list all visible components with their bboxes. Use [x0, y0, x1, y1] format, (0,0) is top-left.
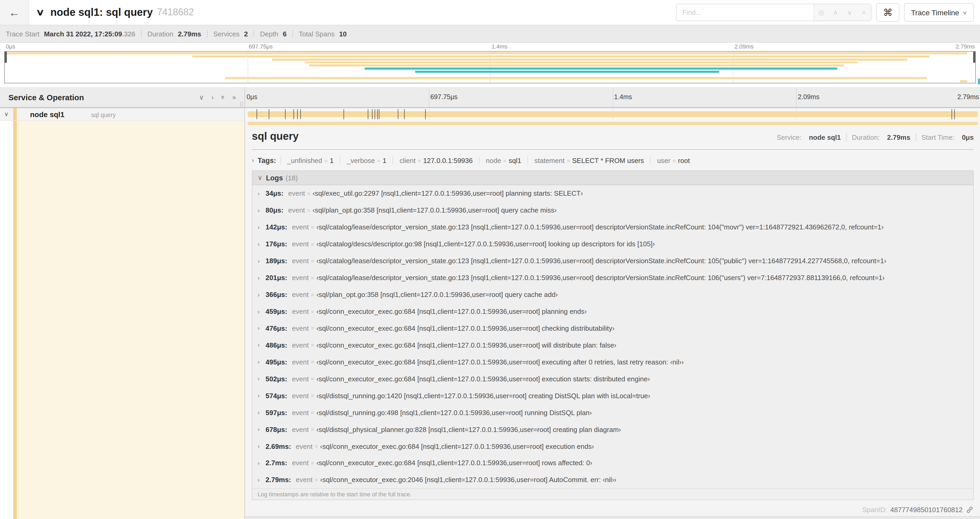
next-result-icon[interactable]: ∨: [843, 8, 857, 16]
summary-label: Duration: [148, 30, 173, 38]
log-row[interactable]: ›2.7ms:event=‹sql/conn_executor_exec.go:…: [252, 455, 973, 471]
log-row[interactable]: ›142μs:event=‹sql/catalog/lease/descript…: [252, 219, 973, 236]
chevron-right-icon: ›: [258, 460, 266, 466]
log-equals: =: [311, 342, 314, 348]
tag-value: root: [678, 156, 690, 164]
back-button[interactable]: ←: [0, 0, 29, 25]
log-row[interactable]: ›486μs:event=‹sql/conn_executor_exec.go:…: [252, 337, 973, 354]
chevron-right-icon: ›: [258, 409, 266, 416]
log-row[interactable]: ›80μs:event=‹sql/plan_opt.go:358 [nsql1,…: [252, 202, 973, 219]
back-arrow-icon: ←: [9, 6, 20, 19]
log-row[interactable]: ›502μs:event=‹sql/conn_executor_exec.go:…: [252, 370, 973, 387]
log-timestamp: 502μs:: [266, 375, 287, 383]
service-color-strip: [13, 121, 17, 519]
log-timestamp: 476μs:: [266, 324, 287, 332]
minimap-span: [310, 65, 844, 67]
tag-key: user: [657, 156, 670, 164]
trace-view-label: Trace Timeline: [911, 8, 959, 17]
log-equals: =: [315, 443, 318, 449]
chevron-right-icon: ›: [258, 308, 266, 315]
find-input[interactable]: [676, 4, 813, 21]
log-row[interactable]: ›459μs:event=‹sql/conn_executor_exec.go:…: [252, 303, 973, 320]
log-row[interactable]: ›495μs:event=‹sql/conn_executor_exec.go:…: [252, 354, 973, 370]
log-field-key: event: [292, 425, 309, 433]
summary-label: Trace Start: [6, 30, 40, 38]
log-row[interactable]: ›476μs:event=‹sql/conn_executor_exec.go:…: [252, 320, 973, 337]
span-tree-row[interactable]: ∨ node sql1 sql query: [0, 108, 245, 121]
log-field-value: ‹sql/plan_opt.go:358 [nsql1,client=127.0…: [312, 206, 557, 214]
log-timestamp: 2.69ms:: [266, 442, 291, 450]
trace-collapse-chevron-icon[interactable]: ∨: [36, 7, 45, 18]
log-field-key: event: [292, 274, 309, 282]
span-duration-bar[interactable]: [248, 111, 978, 117]
span-row: ∨ node sql1 sql query: [0, 108, 980, 121]
log-timestamp: 2.79ms:: [266, 476, 291, 484]
clear-search-icon[interactable]: ×: [857, 8, 871, 16]
summary-label: Services: [213, 30, 240, 38]
log-field-value: ‹sql/conn_executor_exec.go:684 [nsql1,cl…: [317, 324, 615, 332]
log-field-value: ‹sql/catalog/lease/descriptor_version_st…: [317, 257, 886, 265]
log-equals: =: [311, 460, 314, 466]
detail-meta-value: 2.79ms: [887, 133, 910, 141]
log-tick-mark: [375, 109, 375, 119]
previous-result-icon[interactable]: ∧: [828, 8, 843, 16]
log-field-value: ‹sql/catalog/lease/descriptor_version_st…: [317, 224, 884, 231]
span-operation-name: sql query: [91, 112, 116, 118]
link-icon[interactable]: [966, 506, 974, 514]
log-equals: =: [311, 308, 314, 315]
log-row[interactable]: ›597μs:event=‹sql/distsql_running.go:498…: [252, 404, 973, 421]
minimap-span: [272, 58, 907, 61]
chevron-right-icon: ›: [258, 224, 266, 230]
log-row[interactable]: ›34μs:event=‹sql/exec_util.go:2297 [nsql…: [252, 185, 973, 202]
span-bar-accent: [248, 122, 978, 125]
log-field-value: ‹sql/distsql_running.go:1420 [nsql1,clie…: [317, 391, 650, 399]
header-actions: ◎∧∨× ⌘ Trace Timeline ∨: [676, 3, 980, 22]
tag-value: sql1: [509, 156, 521, 164]
trace-title: node sql1: sql query: [50, 6, 153, 18]
expand-one-icon[interactable]: ›: [211, 93, 214, 101]
tick-label: 2.09ms: [733, 43, 753, 50]
log-tick-mark: [955, 109, 955, 119]
tags-row[interactable]: › Tags: _unfinished=1_verbose=1client=12…: [252, 153, 974, 167]
minimap-canvas[interactable]: [4, 51, 976, 83]
log-tick-mark: [269, 109, 269, 119]
log-timestamp: 142μs:: [266, 224, 287, 231]
collapse-one-icon[interactable]: ∨: [199, 93, 204, 101]
log-timestamp: 189μs:: [266, 257, 287, 265]
detail-meta: Service:node sql1Duration:2.79msStart Ti…: [776, 133, 974, 141]
timeline-header-gridlines: [245, 87, 980, 107]
log-row[interactable]: ›2.69ms:event=‹sql/conn_executor_exec.go…: [252, 438, 973, 455]
log-row[interactable]: ›366μs:event=‹sql/plan_opt.go:358 [nsql1…: [252, 286, 973, 303]
trace-view-selector[interactable]: Trace Timeline ∨: [904, 3, 974, 22]
service-operation-header: Service & Operation ∨ › » »: [0, 87, 245, 107]
find-buttons: ◎∧∨×: [813, 4, 871, 21]
log-tick-mark: [368, 109, 368, 119]
log-field-key: event: [292, 375, 309, 383]
log-row[interactable]: ›201μs:event=‹sql/catalog/lease/descript…: [252, 269, 973, 286]
summary-label: Total Spans: [299, 30, 334, 38]
expand-all-icon[interactable]: »: [232, 93, 236, 101]
summary-item: Trace Start March 31 2022, 17:25:09.326: [6, 30, 141, 38]
log-row[interactable]: ›574μs:event=‹sql/distsql_running.go:142…: [252, 387, 973, 404]
match-case-icon[interactable]: ◎: [814, 8, 828, 16]
minimap-right-drag-handle[interactable]: [973, 52, 975, 62]
log-row[interactable]: ›678μs:event=‹sql/distsql_physical_plann…: [252, 421, 973, 438]
log-row[interactable]: ›189μs:event=‹sql/catalog/lease/descript…: [252, 252, 973, 270]
log-timestamp: 80μs:: [266, 206, 283, 214]
log-row[interactable]: ›176μs:event=‹sql/catalog/descs/descript…: [252, 236, 973, 252]
collapse-all-icon[interactable]: »: [219, 95, 227, 99]
column-resize-grip[interactable]: ||: [240, 101, 243, 107]
log-equals: =: [311, 393, 314, 399]
span-collapse-chevron-icon[interactable]: ∨: [4, 111, 8, 118]
service-color-strip: [13, 108, 17, 120]
log-field-value: ‹sql/distsql_running.go:498 [nsql1,clien…: [317, 409, 592, 417]
log-equals: =: [311, 359, 314, 365]
keyboard-shortcuts-button[interactable]: ⌘: [876, 3, 899, 22]
page-bottom-strip: [245, 517, 980, 519]
log-field-value: ‹sql/conn_executor_exec.go:684 [nsql1,cl…: [317, 308, 587, 315]
log-row[interactable]: ›2.79ms:event=‹sql/conn_executor_exec.go…: [252, 471, 973, 489]
logs-header[interactable]: ∨ Logs (18): [252, 171, 973, 185]
minimap-left-drag-handle[interactable]: [5, 52, 7, 62]
log-field-key: event: [292, 409, 309, 417]
tag-equals: =: [567, 157, 570, 164]
